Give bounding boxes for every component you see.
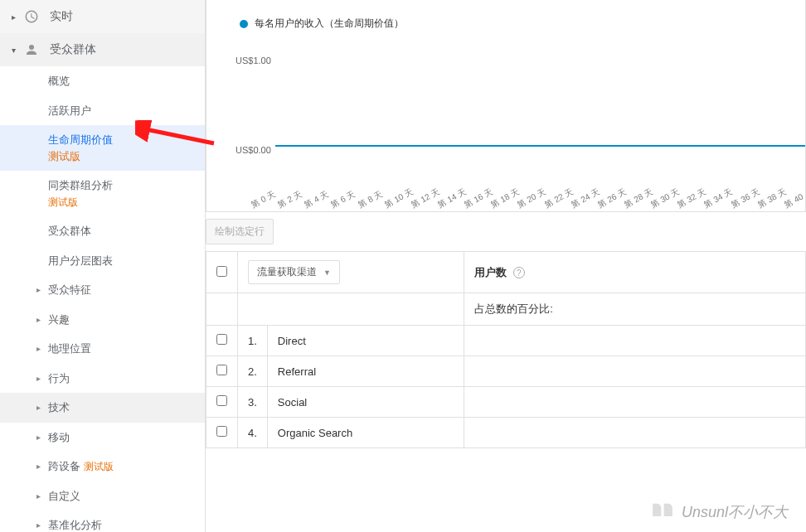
row-value xyxy=(464,387,806,418)
x-axis-labels: 第 0 天第 2 天第 4 天第 6 天第 8 天第 10 天第 12 天第 1… xyxy=(252,200,805,211)
help-icon[interactable]: ? xyxy=(513,267,525,278)
row-index: 2. xyxy=(238,356,268,387)
chevron-right-icon: ▸ xyxy=(36,285,45,294)
row-label: Direct xyxy=(267,326,464,356)
select-all-checkbox[interactable] xyxy=(216,266,227,277)
table-row[interactable]: 2. Referral xyxy=(206,356,806,387)
main-content: 每名用户的收入（生命周期价值） US$1.00 US$0.00 第 0 天第 2… xyxy=(206,0,806,532)
table-row[interactable]: 4. Organic Search xyxy=(206,418,806,448)
row-value xyxy=(464,418,806,448)
sub-user-explorer[interactable]: 用户分层图表 xyxy=(0,246,205,276)
chevron-right-icon: ▸ xyxy=(36,433,45,442)
row-label: Organic Search xyxy=(267,418,464,448)
sub-demographics[interactable]: ▸受众特征 xyxy=(0,275,205,305)
clock-icon xyxy=(23,8,40,25)
audience-submenu: 概览 活跃用户 生命周期价值测试版 同类群组分析测试版 受众群体 用户分层图表 … xyxy=(0,66,205,532)
legend-label: 每名用户的收入（生命周期价值） xyxy=(255,17,404,31)
x-axis-tick: 第 6 天 xyxy=(329,191,352,211)
sub-active-users[interactable]: 活跃用户 xyxy=(0,96,205,126)
sub-technology[interactable]: ▸技术 xyxy=(0,393,205,423)
sub-mobile[interactable]: ▸移动 xyxy=(0,423,205,452)
row-index: 4. xyxy=(238,418,268,448)
chevron-right-icon: ▸ xyxy=(36,374,45,383)
row-value xyxy=(464,326,806,356)
table-row[interactable]: 3. Social xyxy=(206,387,806,418)
chart-body: US$1.00 US$0.00 第 0 天第 2 天第 4 天第 6 天第 8 … xyxy=(235,37,805,211)
user-icon xyxy=(23,41,40,58)
percent-label: 占总数的百分比: xyxy=(464,293,806,326)
chart-legend[interactable]: 每名用户的收入（生命周期价值） xyxy=(206,17,805,37)
row-checkbox[interactable] xyxy=(216,334,227,345)
nav-realtime[interactable]: ▸ 实时 xyxy=(0,0,205,33)
chevron-right-icon: ▸ xyxy=(36,491,45,501)
sub-cross-device[interactable]: ▸跨设备 测试版 xyxy=(0,452,205,481)
dimension-dropdown[interactable]: 流量获取渠道 ▼ xyxy=(248,260,340,284)
chevron-down-icon: ▾ xyxy=(12,46,20,55)
row-checkbox[interactable] xyxy=(216,365,227,375)
nav-audience[interactable]: ▾ 受众群体 xyxy=(0,33,205,66)
chevron-right-icon: ▸ xyxy=(36,462,45,471)
row-index: 3. xyxy=(238,387,268,418)
row-label: Referral xyxy=(267,356,464,387)
dimension-header: 流量获取渠道 ▼ xyxy=(238,252,464,293)
row-checkbox[interactable] xyxy=(216,395,227,406)
sub-lifetime-value[interactable]: 生命周期价值测试版 xyxy=(0,125,205,171)
x-axis-tick: 第 2 天 xyxy=(276,191,299,211)
data-table: 流量获取渠道 ▼ 用户数 ? 占总数的百分比: 1. Direct xyxy=(206,251,806,448)
sub-behavior[interactable]: ▸行为 xyxy=(0,364,205,394)
sub-geo[interactable]: ▸地理位置 xyxy=(0,334,205,364)
row-value xyxy=(464,356,806,387)
chevron-right-icon: ▸ xyxy=(12,12,20,22)
sub-custom[interactable]: ▸自定义 xyxy=(0,481,205,511)
chevron-right-icon: ▸ xyxy=(36,403,45,412)
sidebar: ▸ 实时 ▾ 受众群体 概览 活跃用户 生命周期价值测试版 同类群组分析测试版 … xyxy=(0,0,206,532)
sub-overview[interactable]: 概览 xyxy=(0,66,205,96)
sub-audiences[interactable]: 受众群体 xyxy=(0,216,205,246)
x-axis-tick: 第 10 天 xyxy=(382,191,405,211)
sub-interests[interactable]: ▸兴趣 xyxy=(0,305,205,335)
legend-dot-icon xyxy=(240,20,248,28)
y-axis-label: US$0.00 xyxy=(235,145,271,155)
users-header[interactable]: 用户数 ? xyxy=(464,252,806,293)
sub-benchmark[interactable]: ▸基准化分析 xyxy=(0,510,205,532)
nav-label: 实时 xyxy=(50,9,73,24)
x-axis-tick: 第 4 天 xyxy=(303,191,326,211)
row-label: Social xyxy=(267,387,464,418)
nav-label: 受众群体 xyxy=(50,42,96,57)
chevron-right-icon: ▸ xyxy=(36,315,45,324)
plot-selected-button[interactable]: 绘制选定行 xyxy=(206,219,274,244)
x-axis-tick: 第 8 天 xyxy=(356,191,379,211)
chevron-right-icon: ▸ xyxy=(36,520,45,530)
row-index: 1. xyxy=(238,326,268,356)
caret-down-icon: ▼ xyxy=(323,268,331,277)
chart-panel: 每名用户的收入（生命周期价值） US$1.00 US$0.00 第 0 天第 2… xyxy=(206,0,806,212)
y-axis-label: US$1.00 xyxy=(235,56,271,65)
row-checkbox[interactable] xyxy=(216,426,227,437)
chart-series-line xyxy=(275,145,805,147)
x-axis-tick: 第 0 天 xyxy=(250,191,273,211)
table-row[interactable]: 1. Direct xyxy=(206,326,806,356)
plot-row: 绘制选定行 xyxy=(206,212,806,251)
checkbox-header[interactable] xyxy=(206,252,238,293)
sub-cohort[interactable]: 同类群组分析测试版 xyxy=(0,171,205,216)
chevron-right-icon: ▸ xyxy=(36,344,45,353)
